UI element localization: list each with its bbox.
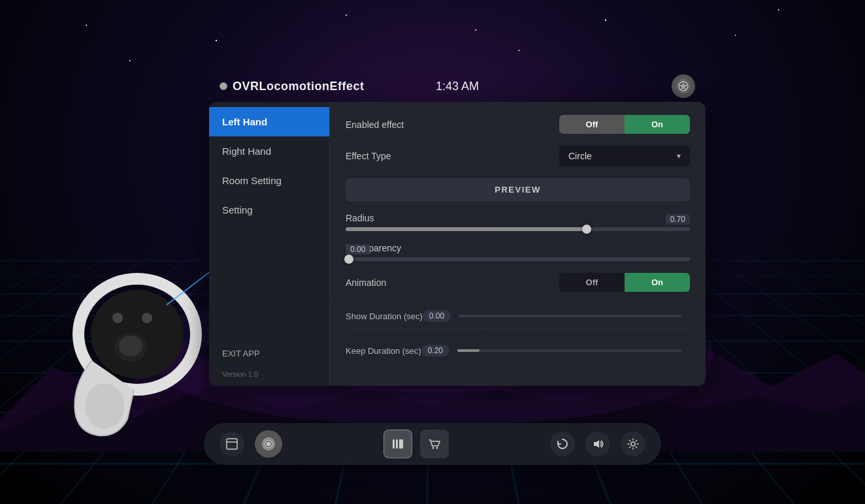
time-display: 1:43 AM	[436, 80, 479, 93]
sidebar-item-setting[interactable]: Setting	[209, 195, 329, 225]
app-window: OVRLocomotionEffect 1:43 AM Left Hand Ri…	[209, 71, 706, 386]
refresh-icon[interactable]	[550, 432, 575, 456]
svg-point-23	[436, 447, 438, 449]
show-duration-label: Show Duration (sec)	[346, 311, 423, 321]
animation-row: Animation Off On	[346, 273, 690, 292]
radius-value: 0.70	[666, 214, 690, 225]
svg-marker-24	[594, 440, 599, 448]
keep-duration-label: Keep Duration (sec)	[346, 346, 421, 356]
keep-duration-value: 0.20	[421, 345, 449, 356]
vr-controller	[33, 204, 229, 452]
svg-point-8	[112, 313, 123, 323]
enabled-effect-row: Enabled effect Off On	[346, 115, 690, 134]
main-panel: Left Hand Right Hand Room Setting Settin…	[209, 102, 706, 386]
svg-rect-21	[399, 439, 403, 449]
controller-active-icon[interactable]	[255, 430, 282, 458]
svg-rect-13	[227, 439, 237, 449]
enabled-effect-label: Enabled effect	[346, 119, 404, 130]
show-duration-row: Show Duration (sec) 0.00	[346, 304, 690, 329]
radius-fill	[346, 227, 587, 231]
effect-type-dropdown[interactable]: Circle ▾	[559, 146, 690, 166]
animation-label: Animation	[346, 277, 386, 288]
library-icon[interactable]	[384, 430, 412, 458]
transparency-value: 0.00	[346, 244, 370, 255]
svg-point-7	[142, 313, 152, 323]
steam-button[interactable]	[672, 74, 695, 98]
radius-label: Radius	[346, 213, 690, 223]
title-bar: OVRLocomotionEffect 1:43 AM	[209, 71, 706, 102]
settings-gear-icon[interactable]	[621, 432, 645, 456]
sidebar-item-left-hand[interactable]: Left Hand	[209, 107, 329, 136]
chevron-down-icon: ▾	[677, 151, 681, 161]
sidebar: Left Hand Right Hand Room Setting Settin…	[209, 102, 330, 386]
enabled-effect-on-btn[interactable]: On	[625, 115, 690, 134]
keep-duration-slider[interactable]	[457, 349, 682, 352]
transparency-label: Transparency	[346, 243, 690, 253]
taskbar-center	[384, 430, 449, 458]
transparency-slider[interactable]: 0.00	[346, 257, 690, 261]
keep-duration-fill	[457, 349, 480, 352]
taskbar-left	[220, 430, 282, 458]
keep-duration-row: Keep Duration (sec) 0.20	[346, 338, 690, 364]
svg-point-4	[85, 383, 124, 429]
window-icon[interactable]	[220, 432, 244, 456]
svg-rect-20	[396, 439, 398, 449]
svg-point-22	[432, 447, 434, 449]
preview-button[interactable]: PREVIEW	[346, 178, 690, 201]
svg-point-6	[119, 336, 142, 356]
effect-type-row: Effect Type Circle ▾	[346, 146, 690, 166]
version-label: Version 1.0	[209, 368, 329, 386]
store-icon[interactable]	[420, 430, 449, 458]
animation-on-btn[interactable]: On	[625, 273, 690, 292]
radius-slider[interactable]: 0.70	[346, 227, 690, 231]
transparency-thumb[interactable]	[344, 255, 353, 264]
taskbar-right	[550, 432, 645, 456]
svg-point-18	[267, 442, 270, 446]
app-title: OVRLocomotionEffect	[233, 80, 365, 93]
enabled-effect-toggle: Off On	[559, 115, 690, 134]
svg-rect-19	[393, 439, 395, 449]
animation-toggle: Off On	[559, 273, 690, 292]
transparency-row: Transparency 0.00	[346, 243, 690, 261]
taskbar	[204, 423, 661, 465]
radius-row: Radius 0.70	[346, 213, 690, 231]
title-left: OVRLocomotionEffect	[220, 80, 365, 93]
effect-type-label: Effect Type	[346, 151, 391, 161]
radius-thumb[interactable]	[582, 225, 591, 234]
sidebar-item-room-setting[interactable]: Room Setting	[209, 166, 329, 195]
enabled-effect-off-btn[interactable]: Off	[559, 115, 625, 134]
window-dot	[220, 82, 227, 90]
svg-point-25	[631, 442, 635, 446]
volume-icon[interactable]	[585, 432, 610, 456]
sidebar-item-right-hand[interactable]: Right Hand	[209, 136, 329, 166]
show-duration-slider[interactable]	[459, 315, 682, 317]
show-duration-value: 0.00	[423, 310, 451, 322]
exit-app-button[interactable]: EXIT APP	[209, 339, 329, 368]
effect-type-value: Circle	[568, 151, 592, 161]
animation-off-btn[interactable]: Off	[559, 273, 625, 292]
content-area: Enabled effect Off On Effect Type Circle…	[330, 102, 706, 386]
